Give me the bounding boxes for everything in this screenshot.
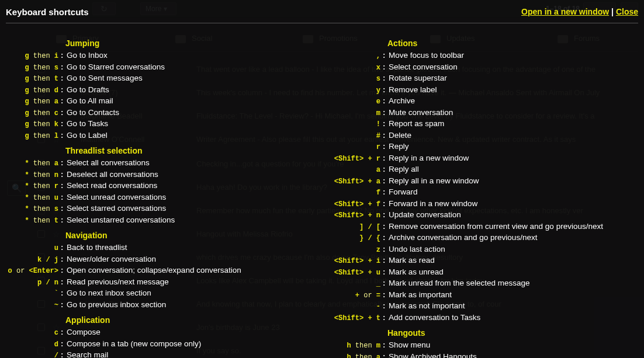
shortcut-desc: Forward in a new window bbox=[389, 199, 639, 210]
shortcut-key: g then t bbox=[5, 74, 61, 85]
shortcut-key: _ bbox=[327, 279, 383, 290]
shortcut-row: + or =:Mark as important bbox=[327, 290, 639, 301]
colon: : bbox=[61, 169, 67, 180]
shortcut-row: o or <Enter>:Open conversation; collapse… bbox=[5, 265, 317, 277]
colon: : bbox=[383, 244, 389, 255]
colon: : bbox=[61, 119, 67, 130]
shortcut-row: g then s:Go to Starred conversations bbox=[5, 62, 317, 74]
colon: : bbox=[61, 203, 67, 214]
shortcut-desc: Update conversation bbox=[389, 210, 639, 221]
colon: : bbox=[383, 340, 389, 351]
shortcut-key: ] / [ bbox=[327, 222, 383, 233]
shortcut-key: * then t bbox=[5, 216, 61, 227]
section-title: Actions bbox=[387, 39, 639, 48]
colon: : bbox=[61, 73, 67, 84]
shortcut-desc: Mark unread from the selected message bbox=[389, 278, 639, 289]
shortcut-desc: Remove conversation from current view an… bbox=[389, 221, 639, 232]
shortcut-desc: Go to Label bbox=[67, 130, 317, 141]
shortcut-desc: Select starred conversations bbox=[67, 203, 317, 214]
shortcut-key: * then s bbox=[5, 204, 61, 215]
shortcut-key: * then u bbox=[5, 193, 61, 204]
shortcut-key: <Shift> + u bbox=[327, 267, 383, 279]
shortcut-key: h then m bbox=[327, 340, 383, 352]
shortcut-desc: Search mail bbox=[67, 350, 317, 358]
shortcut-desc: Go to Starred conversations bbox=[67, 62, 317, 73]
shortcut-desc: Go to Inbox bbox=[67, 50, 317, 61]
shortcut-row: <Shift> + a:Reply all in a new window bbox=[327, 176, 639, 187]
shortcut-key: g then c bbox=[5, 108, 61, 119]
colon: : bbox=[383, 153, 389, 164]
shortcut-desc: Forward bbox=[389, 187, 639, 198]
shortcut-desc: Mute conversation bbox=[389, 107, 639, 119]
shortcut-key: d bbox=[5, 339, 61, 350]
shortcut-row: h then m:Show menu bbox=[327, 340, 639, 352]
overlay-header: Keyboard shortcuts Open in a new window … bbox=[6, 0, 638, 23]
open-new-window-link[interactable]: Open in a new window bbox=[521, 7, 609, 16]
colon: : bbox=[383, 50, 389, 61]
colon: : bbox=[61, 215, 67, 226]
shortcut-key: / bbox=[5, 350, 61, 358]
shortcut-row: g then c:Go to Contacts bbox=[5, 107, 317, 119]
shortcut-row: k / j:Newer/older conversation bbox=[5, 254, 317, 266]
close-link[interactable]: Close bbox=[616, 7, 638, 16]
shortcut-desc: Go to Sent messages bbox=[67, 73, 317, 84]
colon: : bbox=[383, 312, 389, 324]
shortcut-desc: Reply all in a new window bbox=[389, 176, 639, 187]
shortcut-row: -:Mark as not important bbox=[327, 301, 639, 312]
shortcut-row: f:Forward bbox=[327, 187, 639, 199]
shortcut-key: z bbox=[327, 245, 383, 256]
shortcut-desc: Add conversation to Tasks bbox=[389, 312, 639, 324]
shortcut-desc: Compose bbox=[67, 327, 317, 338]
colon: : bbox=[383, 187, 389, 198]
shortcut-key: g then a bbox=[5, 96, 61, 107]
colon: : bbox=[61, 242, 67, 253]
link-separator: | bbox=[611, 7, 616, 16]
shortcut-desc: Reply bbox=[389, 141, 639, 152]
shortcut-row: z:Undo last action bbox=[327, 244, 639, 256]
shortcut-key: s bbox=[327, 74, 383, 85]
colon: : bbox=[61, 62, 67, 73]
shortcut-desc: Mark as unread bbox=[389, 267, 639, 278]
shortcut-desc: Select read conversations bbox=[67, 180, 317, 192]
overlay-title: Keyboard shortcuts bbox=[6, 7, 89, 17]
colon: : bbox=[383, 62, 389, 73]
colon: : bbox=[383, 278, 389, 289]
shortcut-row: * then t:Select unstarred conversations bbox=[5, 215, 317, 227]
shortcut-desc: Select unstarred conversations bbox=[67, 215, 317, 226]
shortcut-row: m:Mute conversation bbox=[327, 107, 639, 119]
shortcut-row: p / n:Read previous/next message bbox=[5, 277, 317, 289]
colon: : bbox=[383, 221, 389, 232]
shortcut-row: <Shift> + f:Forward in a new window bbox=[327, 199, 639, 210]
colon: : bbox=[383, 199, 389, 210]
shortcut-desc: Remove label bbox=[389, 85, 639, 96]
colon: : bbox=[61, 327, 67, 338]
shortcut-row: u:Back to threadlist bbox=[5, 242, 317, 254]
shortcut-row: g then k:Go to Tasks bbox=[5, 119, 317, 130]
shortcut-desc: Reply in a new window bbox=[389, 153, 639, 164]
shortcut-desc: Show Archived Hangouts bbox=[389, 352, 639, 359]
shortcut-key: g then d bbox=[5, 85, 61, 96]
shortcut-desc: Open conversation; collapse/expand conve… bbox=[67, 265, 317, 276]
shortcut-row: a:Reply all bbox=[327, 164, 639, 176]
shortcut-key: * then a bbox=[5, 158, 61, 169]
right-column: Actions,:Move focus to toolbarx:Select c… bbox=[322, 29, 644, 358]
shortcut-key: u bbox=[5, 243, 61, 254]
shortcut-desc: Go to Drafts bbox=[67, 85, 317, 96]
shortcut-desc: Archive bbox=[389, 96, 639, 107]
shortcut-key: g then i bbox=[5, 51, 61, 62]
shortcut-row: c:Compose bbox=[5, 327, 317, 339]
shortcut-desc: Mark as important bbox=[389, 290, 639, 301]
shortcut-desc: Compose in a tab (new compose only) bbox=[67, 339, 317, 350]
overlay-links: Open in a new window | Close bbox=[521, 7, 638, 16]
section-title: Navigation bbox=[65, 231, 317, 240]
shortcut-key: ~ bbox=[5, 300, 61, 311]
shortcut-key: <Shift> + a bbox=[327, 176, 383, 187]
shortcut-key: g then s bbox=[5, 62, 61, 74]
colon: : bbox=[61, 85, 67, 96]
shortcut-key: <Shift> + r bbox=[327, 154, 383, 165]
shortcut-key: * then r bbox=[5, 181, 61, 192]
shortcut-desc: Go to All mail bbox=[67, 96, 317, 107]
section-title: Hangouts bbox=[387, 328, 639, 338]
shortcut-key: e bbox=[327, 96, 383, 107]
shortcut-desc: Move focus to toolbar bbox=[389, 50, 639, 61]
